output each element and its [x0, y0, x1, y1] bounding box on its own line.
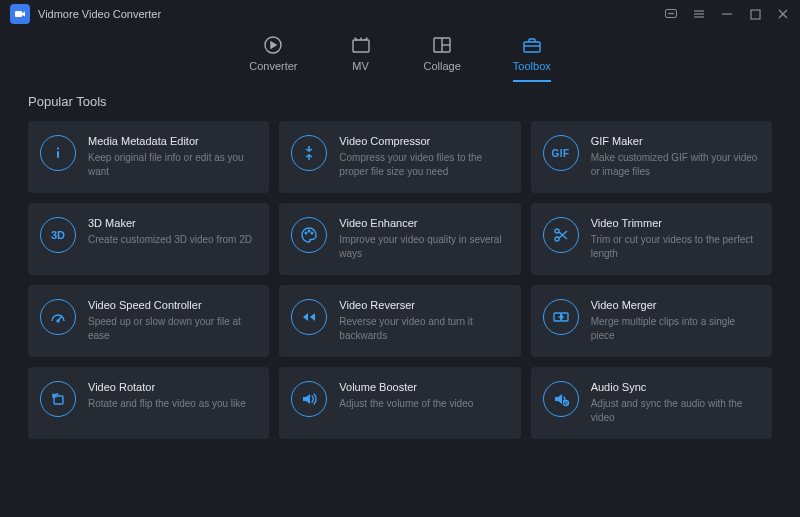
tool-title: Video Compressor — [339, 135, 508, 147]
tab-label: Converter — [249, 60, 297, 72]
tool-volume-booster[interactable]: Volume BoosterAdjust the volume of the v… — [279, 367, 520, 439]
window-controls — [664, 7, 790, 21]
tool-desc: Rotate and flip the video as you like — [88, 397, 246, 411]
collage-icon — [431, 34, 453, 56]
tool-title: Video Enhancer — [339, 217, 508, 229]
tool-video-speed-controller[interactable]: Video Speed ControllerSpeed up or slow d… — [28, 285, 269, 357]
scissors-icon — [543, 217, 579, 253]
info-icon — [40, 135, 76, 171]
tool-video-enhancer[interactable]: Video EnhancerImprove your video quality… — [279, 203, 520, 275]
speedometer-icon — [40, 299, 76, 335]
tab-converter[interactable]: Converter — [249, 34, 297, 82]
maximize-icon[interactable] — [748, 7, 762, 21]
svg-rect-0 — [15, 11, 22, 17]
palette-icon — [291, 217, 327, 253]
tool-title: Video Trimmer — [591, 217, 760, 229]
tool-title: Video Speed Controller — [88, 299, 257, 311]
tool-title: Video Reverser — [339, 299, 508, 311]
svg-point-26 — [57, 320, 59, 322]
tool-title: Video Rotator — [88, 381, 246, 393]
tab-label: Toolbox — [513, 60, 551, 72]
content-area: Popular Tools Media Metadata EditorKeep … — [0, 82, 800, 457]
tool-video-rotator[interactable]: Video RotatorRotate and flip the video a… — [28, 367, 269, 439]
tool-desc: Adjust and sync the audio with the video — [591, 397, 760, 424]
svg-point-4 — [672, 13, 673, 14]
tool-audio-sync[interactable]: Audio SyncAdjust and sync the audio with… — [531, 367, 772, 439]
tool-video-reverser[interactable]: Video ReverserReverse your video and tur… — [279, 285, 520, 357]
tools-grid: Media Metadata EditorKeep original file … — [28, 121, 772, 439]
tool-desc: Create customized 3D video from 2D — [88, 233, 252, 247]
tab-label: MV — [352, 60, 369, 72]
svg-rect-17 — [524, 42, 540, 52]
tool-title: Audio Sync — [591, 381, 760, 393]
tool-desc: Keep original file info or edit as you w… — [88, 151, 257, 178]
tab-label: Collage — [424, 60, 461, 72]
tool-desc: Reverse your video and turn it backwards — [339, 315, 508, 342]
svg-rect-20 — [57, 151, 59, 158]
tool-3d-maker[interactable]: 3D 3D MakerCreate customized 3D video fr… — [28, 203, 269, 275]
gif-icon: GIF — [543, 135, 579, 171]
rewind-icon — [291, 299, 327, 335]
tool-title: Video Merger — [591, 299, 760, 311]
mv-icon — [350, 34, 372, 56]
svg-point-24 — [555, 229, 559, 233]
tool-desc: Compress your video files to the proper … — [339, 151, 508, 178]
converter-icon — [262, 34, 284, 56]
merge-icon — [543, 299, 579, 335]
tool-desc: Speed up or slow down your file at ease — [88, 315, 257, 342]
tab-collage[interactable]: Collage — [424, 34, 461, 82]
tool-media-metadata-editor[interactable]: Media Metadata EditorKeep original file … — [28, 121, 269, 193]
tool-video-trimmer[interactable]: Video TrimmerTrim or cut your videos to … — [531, 203, 772, 275]
svg-point-2 — [668, 13, 669, 14]
svg-point-21 — [306, 232, 308, 234]
svg-rect-13 — [353, 40, 369, 52]
compress-icon — [291, 135, 327, 171]
minimize-icon[interactable] — [720, 7, 734, 21]
tool-gif-maker[interactable]: GIF GIF MakerMake customized GIF with yo… — [531, 121, 772, 193]
tool-desc: Trim or cut your videos to the perfect l… — [591, 233, 760, 260]
tab-mv[interactable]: MV — [350, 34, 372, 82]
app-title: Vidmore Video Converter — [38, 8, 161, 20]
svg-point-25 — [555, 237, 559, 241]
svg-point-23 — [312, 232, 314, 234]
3d-icon: 3D — [40, 217, 76, 253]
titlebar: Vidmore Video Converter — [0, 0, 800, 28]
tab-toolbox[interactable]: Toolbox — [513, 34, 551, 82]
toolbox-icon — [521, 34, 543, 56]
volume-icon — [291, 381, 327, 417]
tool-desc: Improve your video quality in several wa… — [339, 233, 508, 260]
tool-title: Media Metadata Editor — [88, 135, 257, 147]
tool-title: Volume Booster — [339, 381, 473, 393]
svg-point-22 — [309, 230, 311, 232]
close-icon[interactable] — [776, 7, 790, 21]
tool-video-merger[interactable]: Video MergerMerge multiple clips into a … — [531, 285, 772, 357]
app-logo-icon — [10, 4, 30, 24]
menu-icon[interactable] — [692, 7, 706, 21]
section-title: Popular Tools — [28, 94, 772, 109]
svg-point-19 — [57, 147, 59, 149]
tool-video-compressor[interactable]: Video CompressorCompress your video file… — [279, 121, 520, 193]
rotate-icon — [40, 381, 76, 417]
tool-desc: Adjust the volume of the video — [339, 397, 473, 411]
tool-title: GIF Maker — [591, 135, 760, 147]
tool-desc: Make customized GIF with your video or i… — [591, 151, 760, 178]
tool-desc: Merge multiple clips into a single piece — [591, 315, 760, 342]
svg-point-3 — [670, 13, 671, 14]
svg-rect-9 — [751, 10, 760, 19]
feedback-icon[interactable] — [664, 7, 678, 21]
audio-sync-icon — [543, 381, 579, 417]
nav-tabs: Converter MV Collage Toolbox — [0, 28, 800, 82]
tool-title: 3D Maker — [88, 217, 252, 229]
